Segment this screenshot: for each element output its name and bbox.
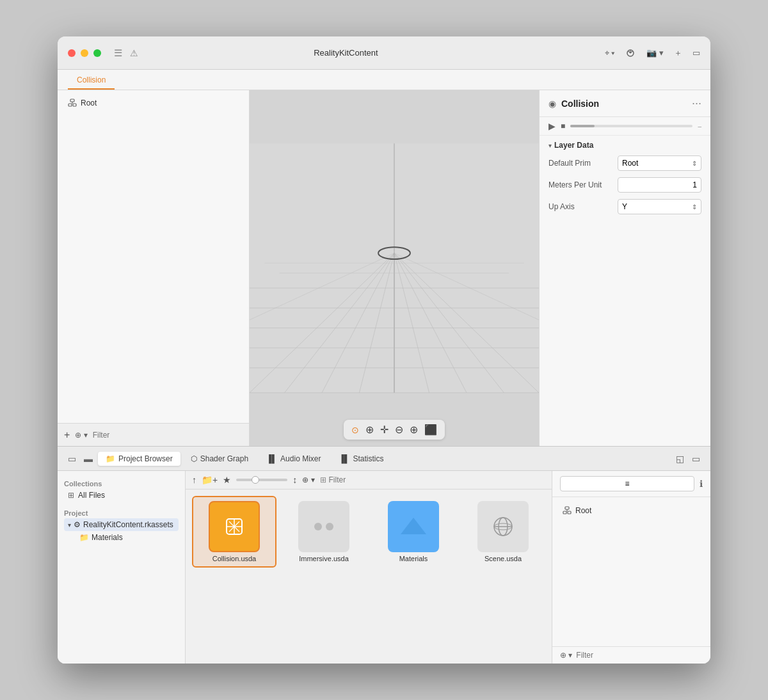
filter-dropdown-button[interactable]: ⊕ ▾ <box>75 431 87 440</box>
zoom-out-button[interactable]: ⊖ <box>395 424 403 436</box>
graph-tab-icon: ⬡ <box>191 454 197 463</box>
viewport-toolbar: ⊙ ⊕ ✛ ⊖ ⊕ ⬛ <box>344 420 445 440</box>
tab-shader-graph[interactable]: ⬡ Shader Graph <box>183 452 256 466</box>
filter-toggle-button[interactable]: ⊕ ▾ <box>302 475 314 484</box>
materials-item[interactable]: 📁 Materials <box>64 531 179 544</box>
immersive-file-label: Immersive.usda <box>299 555 349 562</box>
title-bar: ☰ ⚠ RealityKitContent ⌖ ▾ 📷 ▾ ＋ ▭ <box>58 36 710 70</box>
svg-rect-1 <box>70 99 74 102</box>
close-button[interactable] <box>68 49 76 57</box>
list-tab-icon: ≡ <box>625 479 629 488</box>
default-prim-select[interactable]: Root ⇕ <box>618 155 701 171</box>
slider-thumb <box>252 476 259 484</box>
file-item-collision[interactable]: Collision.usda <box>192 496 276 568</box>
focus-mode-button[interactable]: ⊙ <box>351 425 359 435</box>
panel-toggle-button[interactable]: ▬ <box>81 454 95 464</box>
tab-statistics-label: Statistics <box>353 454 383 463</box>
list-view-tab[interactable]: ≡ <box>560 476 694 491</box>
meters-per-unit-label: Meters Per Unit <box>548 180 612 189</box>
more-options-button[interactable]: ··· <box>692 97 701 110</box>
browser-filter-input[interactable] <box>329 475 425 484</box>
file-grid: Collision.usda Immersive.usda <box>186 489 552 664</box>
layer-data-title: Layer Data <box>554 141 593 150</box>
default-prim-row: Default Prim Root ⇕ <box>540 152 710 174</box>
project-label: Project <box>64 507 179 518</box>
sort-button[interactable]: ↕ <box>292 475 297 485</box>
viewport-grid <box>250 90 539 446</box>
traffic-lights <box>68 49 101 57</box>
meters-per-unit-row: Meters Per Unit 1 <box>540 174 710 196</box>
expand-panel-button[interactable]: ◱ <box>673 454 687 464</box>
inspector-title: Collision <box>561 99 687 109</box>
layer-data-section[interactable]: ▾ Layer Data <box>540 136 710 152</box>
sidebar-toggle-bottom-button[interactable]: ▭ <box>65 454 79 464</box>
inspector-content: Root <box>552 497 710 646</box>
meters-per-unit-input[interactable]: 1 <box>618 177 701 193</box>
all-files-label: All Files <box>78 491 105 500</box>
add-hierarchy-button[interactable]: + <box>64 429 70 441</box>
package-icon: ⚙ <box>74 520 81 529</box>
root-label: Root <box>81 99 97 107</box>
all-files-item[interactable]: ⊞ All Files <box>64 489 179 502</box>
viewport[interactable]: ⊙ ⊕ ✛ ⊖ ⊕ ⬛ <box>250 90 539 446</box>
inspector-root-label: Root <box>575 506 591 515</box>
star-button[interactable]: ★ <box>223 475 231 485</box>
hierarchy-toolbar: + ⊕ ▾ <box>58 423 249 446</box>
tab-statistics[interactable]: ▐▌ Statistics <box>331 452 391 466</box>
tab-bar: Collision <box>58 70 710 90</box>
meters-per-unit-value: 1 <box>692 180 697 189</box>
hierarchy-root-item[interactable]: Root <box>64 97 243 109</box>
svg-rect-37 <box>568 511 571 514</box>
scene-file-label: Scene.usda <box>484 555 522 562</box>
hierarchy-filter-input[interactable] <box>93 431 243 440</box>
minimize-button[interactable] <box>81 49 88 57</box>
tab-shader-graph-label: Shader Graph <box>200 454 248 463</box>
add-button[interactable]: ＋ <box>674 47 682 59</box>
file-item-immersive[interactable]: Immersive.usda <box>282 496 366 568</box>
rkassets-item[interactable]: ▾ ⚙ RealityKitContent.rkassets <box>64 518 179 531</box>
bottom-content: Collections ⊞ All Files Project ▾ ⚙ Real… <box>58 471 710 664</box>
share-icon[interactable] <box>625 47 636 59</box>
info-button[interactable]: ℹ <box>700 479 703 489</box>
collapse-panel-button[interactable]: ▭ <box>689 454 703 464</box>
svg-rect-4 <box>73 104 76 106</box>
collections-label: Collections <box>64 477 179 489</box>
tab-project-browser-label: Project Browser <box>118 454 173 463</box>
filter-dropdown-icon[interactable]: ⊕ ▾ <box>560 651 572 660</box>
filter-icon: ⊞ <box>320 475 326 484</box>
immersive-file-icon <box>298 501 349 552</box>
collision-file-label: Collision.usda <box>212 555 256 562</box>
new-folder-button[interactable]: 📁+ <box>202 475 218 485</box>
timeline-bar[interactable] <box>570 125 692 127</box>
tab-audio-mixer[interactable]: ▐▌ Audio Mixer <box>259 452 328 466</box>
tab-collision[interactable]: Collision <box>68 72 115 90</box>
up-axis-select[interactable]: Y ⇕ <box>618 199 701 214</box>
browser-inspector: ≡ ℹ Root ⊕ ▾ <box>552 471 710 664</box>
size-slider[interactable] <box>236 479 287 481</box>
file-item-materials[interactable]: Materials <box>371 496 456 568</box>
add-object-button[interactable]: ⊕ <box>365 424 374 436</box>
upload-button[interactable]: ↑ <box>192 475 196 485</box>
browser-sidebar: Collections ⊞ All Files Project ▾ ⚙ Real… <box>58 471 186 664</box>
inspector-root-item[interactable]: Root <box>559 504 704 518</box>
file-item-scene[interactable]: Scene.usda <box>461 496 545 568</box>
zoom-in-button[interactable]: ⊕ <box>410 424 418 436</box>
maximize-button[interactable] <box>93 49 101 57</box>
browser-main: ↑ 📁+ ★ ↕ ⊕ ▾ ⊞ <box>186 471 552 664</box>
move-tool-button[interactable]: ✛ <box>380 424 388 436</box>
list-icon[interactable]: ☰ <box>114 47 122 59</box>
materials-file-icon <box>388 501 439 552</box>
browser-filter-area: ⊞ <box>320 475 425 484</box>
materials-file-label: Materials <box>399 555 428 562</box>
play-button[interactable]: ▶ <box>548 121 556 131</box>
default-prim-value: Root <box>622 159 638 168</box>
tab-project-browser[interactable]: 📁 Project Browser <box>98 452 180 466</box>
chevron-down-icon: ▾ <box>68 521 71 529</box>
default-prim-label: Default Prim <box>548 159 612 168</box>
camera-icon[interactable]: 📷 ▾ <box>646 48 664 58</box>
sidebar-toggle-icon[interactable]: ▭ <box>692 48 700 58</box>
vr-icon[interactable]: ⌖ ▾ <box>605 48 615 58</box>
screen-fit-button[interactable]: ⬛ <box>424 424 437 436</box>
stop-button[interactable]: ■ <box>561 122 565 131</box>
inspector-filter-input[interactable] <box>576 651 672 660</box>
